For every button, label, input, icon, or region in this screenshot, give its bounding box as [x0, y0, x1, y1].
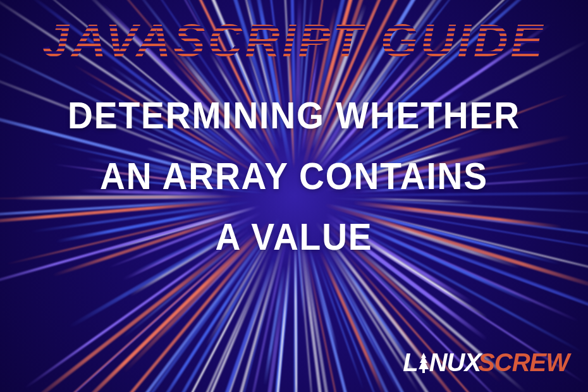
logo-linux-text: L NUX	[403, 348, 481, 377]
category-title: JAVASCRIPT GUIDE	[42, 20, 545, 61]
article-title: DETERMINING WHETHER AN ARRAY CONTAINS A …	[68, 85, 520, 267]
tree-icon	[417, 352, 431, 374]
title-line-3: A VALUE	[68, 207, 520, 267]
title-line-2: AN ARRAY CONTAINS	[68, 146, 520, 207]
brand-logo: L NUX SCREW	[403, 348, 569, 377]
title-line-1: DETERMINING WHETHER	[68, 85, 520, 146]
logo-screw-text: SCREW	[478, 348, 569, 377]
content-area: JAVASCRIPT GUIDE DETERMINING WHETHER AN …	[0, 0, 588, 392]
